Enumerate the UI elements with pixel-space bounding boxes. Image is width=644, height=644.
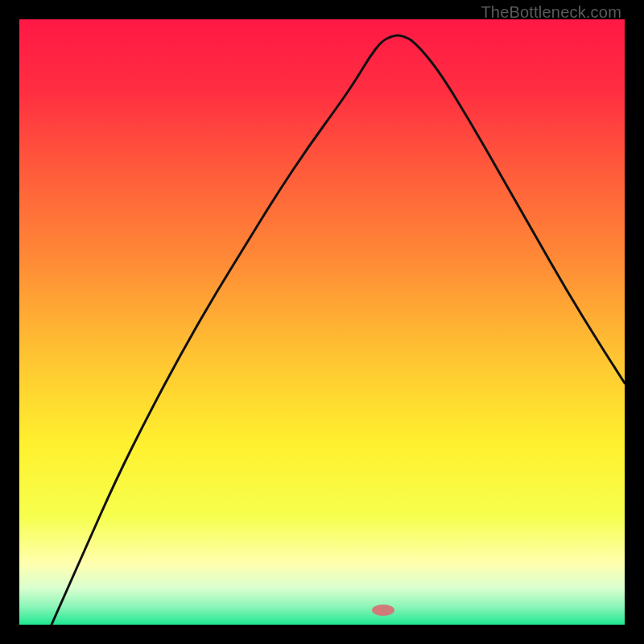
watermark-text: TheBottleneck.com	[481, 3, 621, 22]
gradient-background	[19, 19, 625, 625]
optimal-marker	[372, 605, 394, 616]
bottleneck-chart	[19, 19, 625, 625]
chart-frame	[19, 19, 625, 625]
